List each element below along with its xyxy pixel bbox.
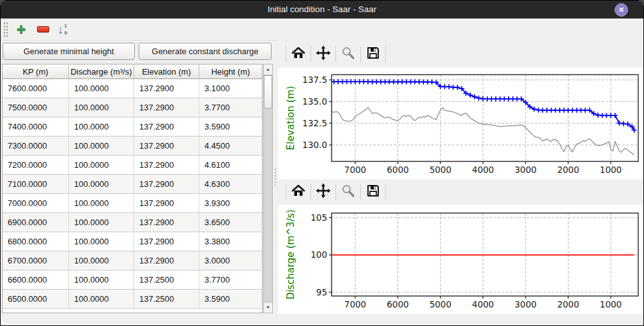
table-cell[interactable]: 6600.0000 — [3, 270, 69, 290]
table-cell[interactable]: 6800.0000 — [3, 232, 69, 251]
table-cell[interactable]: 7300.0000 — [3, 137, 69, 156]
table-cell[interactable]: 4.4500 — [199, 137, 262, 156]
save-button[interactable] — [365, 184, 381, 200]
table-cell[interactable]: 7000.0000 — [3, 194, 69, 213]
svg-text:100: 100 — [310, 249, 327, 260]
table-cell[interactable]: 3.5900 — [199, 117, 262, 137]
table-cell[interactable]: 7200.0000 — [3, 156, 69, 175]
table-cell[interactable]: 100.0000 — [69, 117, 134, 137]
toolbar-separator — [385, 184, 386, 200]
table-row: 7200.0000100.0000137.29004.6100 — [3, 156, 262, 175]
table-cell[interactable]: 3.9300 — [199, 194, 262, 213]
table-cell[interactable]: 137.2900 — [134, 194, 199, 213]
table-cell[interactable]: 6700.0000 — [3, 251, 69, 270]
zoom-button[interactable] — [340, 184, 356, 200]
table-cell[interactable]: 137.2900 — [134, 98, 199, 117]
elevation-plot-toolbar — [278, 40, 643, 68]
table-cell[interactable]: 3.5900 — [199, 290, 262, 309]
column-header[interactable]: Height (m) — [199, 64, 262, 78]
table-cell[interactable]: 3.7700 — [199, 98, 262, 117]
column-header[interactable]: KP (m) — [3, 64, 69, 78]
generate-minimal-height-button[interactable]: Generate minimal height — [3, 43, 135, 60]
column-header[interactable]: Elevation (m) — [134, 64, 199, 78]
table-cell[interactable]: 137.2900 — [134, 213, 199, 232]
svg-text:4000: 4000 — [472, 165, 494, 175]
home-icon — [291, 184, 305, 200]
table-cell[interactable]: 3.0000 — [199, 251, 262, 270]
table-cell[interactable]: 100.0000 — [69, 175, 134, 194]
table-cell[interactable]: 100.0000 — [69, 232, 134, 251]
table-cell[interactable]: 100.0000 — [69, 194, 134, 213]
svg-text:95: 95 — [316, 287, 327, 297]
table-cell[interactable]: 6900.0000 — [3, 213, 69, 232]
table-cell[interactable]: 7500.0000 — [3, 98, 69, 117]
home-icon — [291, 46, 305, 63]
sort-button[interactable]: ↓ 19 — [57, 22, 67, 36]
table-cell[interactable]: 7100.0000 — [3, 175, 69, 194]
pan-button[interactable] — [315, 184, 332, 200]
table-cell[interactable]: 100.0000 — [69, 156, 134, 175]
toolbar-separator — [286, 184, 286, 200]
column-header[interactable]: Discharge (m³/s) — [69, 64, 134, 78]
scrollbar-thumb[interactable] — [264, 75, 272, 108]
panel-splitter[interactable] — [273, 40, 278, 314]
table-cell[interactable]: 6500.0000 — [3, 290, 69, 309]
table-row: 7600.0000100.0000137.29003.1000 — [3, 79, 262, 98]
scroll-up-button[interactable]: ▲ — [264, 64, 272, 75]
table-cell[interactable]: 100.0000 — [69, 213, 134, 232]
svg-text:1000: 1000 — [600, 165, 622, 175]
toolbar-grip-handle[interactable] — [3, 22, 8, 37]
svg-text:5000: 5000 — [429, 299, 451, 309]
save-button[interactable] — [365, 46, 381, 63]
svg-text:3000: 3000 — [514, 165, 536, 175]
table-cell[interactable]: 137.2500 — [134, 270, 199, 290]
table-cell[interactable]: 137.2500 — [134, 290, 199, 309]
table-header: KP (m)Discharge (m³/s)Elevation (m)Heigh… — [3, 64, 262, 79]
home-button[interactable] — [290, 46, 307, 63]
scroll-down-button[interactable]: ▼ — [264, 302, 272, 313]
table-cell[interactable]: 4.6300 — [199, 175, 262, 194]
zoom-button[interactable] — [340, 46, 356, 63]
table-cell[interactable]: 137.2900 — [134, 137, 199, 156]
scroll-down-icon: ▼ — [266, 305, 270, 309]
table-cell[interactable]: 100.0000 — [69, 79, 134, 98]
table-cell[interactable]: 137.2900 — [134, 79, 199, 98]
table-cell[interactable]: 100.0000 — [69, 290, 134, 309]
table-cell[interactable]: 4.6100 — [199, 156, 262, 175]
titlebar: Initial condition - Saar - Saar ✕ — [1, 1, 643, 19]
table-cell[interactable]: 137.2900 — [134, 156, 199, 175]
discharge-plot-toolbar — [278, 179, 643, 205]
table-cell[interactable]: 3.6500 — [199, 213, 262, 232]
table-row: 7100.0000100.0000137.29004.6300 — [3, 175, 262, 194]
svg-text:Elevation (m): Elevation (m) — [285, 86, 296, 151]
table-row: 6600.0000100.0000137.25003.7700 — [3, 270, 262, 290]
svg-text:132.5: 132.5 — [302, 118, 327, 128]
home-button[interactable] — [290, 184, 307, 200]
table-scrollbar[interactable]: ▲ ▼ — [263, 64, 273, 313]
minus-icon — [37, 26, 49, 33]
pan-button[interactable] — [315, 46, 332, 63]
table-cell[interactable]: 3.1000 — [199, 79, 262, 98]
table-cell[interactable]: 137.2900 — [134, 232, 199, 251]
table-cell[interactable]: 137.2900 — [134, 175, 199, 194]
table-cell[interactable]: 3.3800 — [199, 232, 262, 251]
table-cell[interactable]: 137.2900 — [134, 251, 199, 270]
zoom-icon — [341, 46, 355, 63]
splitter-grip-icon — [274, 168, 277, 186]
table-cell[interactable]: 7600.0000 — [3, 79, 69, 98]
close-button[interactable]: ✕ — [615, 3, 628, 17]
table-cell[interactable]: 100.0000 — [69, 270, 134, 290]
table-cell[interactable]: 100.0000 — [69, 137, 134, 156]
generate-constant-discharge-button[interactable]: Generate constant discharge — [139, 43, 272, 60]
add-row-button[interactable]: ✚ — [13, 21, 29, 38]
table-cell[interactable]: 3.7700 — [199, 270, 262, 290]
pan-icon — [316, 183, 331, 201]
save-icon — [366, 184, 380, 200]
remove-row-button[interactable] — [34, 21, 51, 38]
app-toolbar: ✚ ↓ 19 — [1, 19, 644, 41]
table-cell[interactable]: 100.0000 — [69, 98, 134, 117]
table-cell[interactable]: 7400.0000 — [3, 117, 69, 137]
table-cell[interactable]: 137.2900 — [134, 117, 199, 137]
table-row: 6800.0000100.0000137.29003.3800 — [3, 232, 262, 251]
table-cell[interactable]: 100.0000 — [69, 251, 134, 270]
